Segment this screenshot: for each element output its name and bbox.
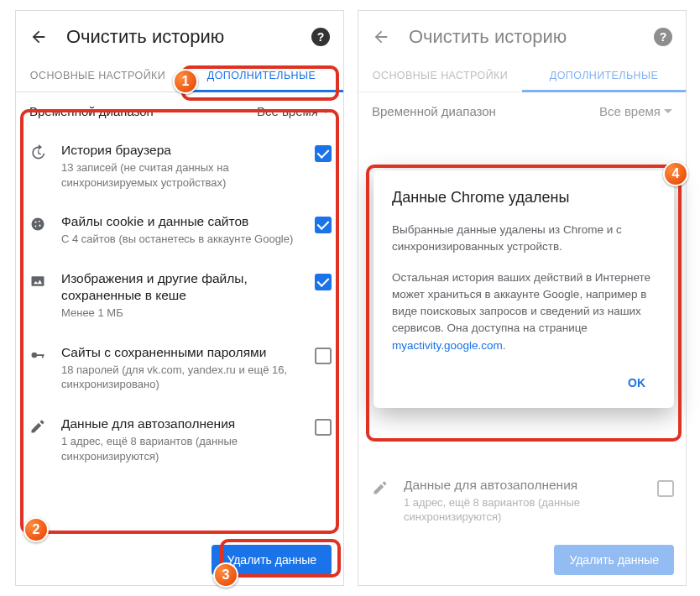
item-title: Данные для автозаполнения xyxy=(61,416,301,432)
list-item[interactable]: Изображения и другие файлы, сохраненные … xyxy=(16,259,343,332)
checkbox[interactable] xyxy=(315,145,332,162)
time-range-value: Все время xyxy=(599,104,672,118)
items-list: История браузера 13 записей (не считая д… xyxy=(16,130,343,475)
time-range-label: Временной диапазон xyxy=(372,104,496,118)
bottom-bar: Удалить данные xyxy=(358,535,686,585)
checkbox[interactable] xyxy=(315,274,332,290)
tab-advanced[interactable]: ДОПОЛНИТЕЛЬНЫЕ xyxy=(522,60,686,91)
item-sub: 1 адрес, ещё 8 вариантов (данные синхрон… xyxy=(404,495,644,525)
app-header: Очистить историю ? xyxy=(16,11,343,60)
list-item[interactable]: Данные для автозаполнения 1 адрес, ещё 8… xyxy=(358,465,686,536)
item-title: Файлы cookie и данные сайтов xyxy=(61,213,301,230)
chevron-down-icon xyxy=(321,109,330,113)
checkbox[interactable] xyxy=(315,217,332,233)
svg-point-3 xyxy=(39,225,40,227)
svg-point-6 xyxy=(32,352,38,358)
tab-advanced[interactable]: ДОПОЛНИТЕЛЬНЫЕ xyxy=(180,60,343,91)
dialog-body-2: Остальная история ваших действий в Интер… xyxy=(392,269,656,354)
list-item[interactable]: Файлы cookie и данные сайтов С 4 сайтов … xyxy=(16,201,343,259)
pencil-icon xyxy=(28,416,48,435)
back-icon[interactable] xyxy=(29,28,48,46)
item-title: История браузера xyxy=(61,142,301,159)
confirmation-dialog: Данные Chrome удалены Выбранные данные у… xyxy=(374,170,674,408)
dialog-actions: OK xyxy=(392,368,656,398)
tab-basic[interactable]: ОСНОВНЫЕ НАСТРОЙКИ xyxy=(358,60,522,91)
dialog-title: Данные Chrome удалены xyxy=(392,189,656,207)
item-title: Сайты с сохраненными паролями xyxy=(61,344,301,361)
history-icon xyxy=(28,142,48,161)
item-title: Данные для автозаполнения xyxy=(404,477,644,494)
item-sub: 13 записей (не считая данных на синхрони… xyxy=(61,160,301,190)
bottom-bar: Удалить данные xyxy=(16,535,343,585)
item-sub: 1 адрес, ещё 8 вариантов (данные синхрон… xyxy=(61,434,301,463)
step-badge-2: 2 xyxy=(24,517,49,542)
help-icon[interactable]: ? xyxy=(654,28,672,46)
image-icon xyxy=(28,270,48,290)
pencil-icon xyxy=(370,477,390,496)
ok-button[interactable]: OK xyxy=(618,368,656,398)
checkbox[interactable] xyxy=(657,480,674,497)
page-title: Очистить историю xyxy=(409,26,635,48)
list-item[interactable]: Данные для автозаполнения 1 адрес, ещё 8… xyxy=(16,404,343,475)
time-range-value: Все время xyxy=(257,104,330,118)
svg-point-0 xyxy=(32,218,44,231)
svg-point-4 xyxy=(35,226,37,227)
item-title: Изображения и другие файлы, сохраненные … xyxy=(61,270,301,304)
svg-rect-8 xyxy=(42,354,44,358)
item-sub: С 4 сайтов (вы останетесь в аккаунте Goo… xyxy=(61,232,301,247)
help-icon[interactable]: ? xyxy=(311,28,330,46)
cookie-icon xyxy=(28,213,48,233)
app-header: Очистить историю ? xyxy=(358,11,686,60)
tabs: ОСНОВНЫЕ НАСТРОЙКИ ДОПОЛНИТЕЛЬНЫЕ xyxy=(358,60,686,92)
item-sub: 18 паролей (для vk.com, yandex.ru и ещё … xyxy=(61,363,301,392)
page-title: Очистить историю xyxy=(66,26,293,48)
svg-point-1 xyxy=(34,222,36,223)
step-badge-1: 1 xyxy=(173,69,198,94)
checkbox[interactable] xyxy=(315,419,332,436)
key-icon xyxy=(28,344,48,363)
delete-button[interactable]: Удалить данные xyxy=(554,545,674,575)
list-item[interactable]: Сайты с сохраненными паролями 18 паролей… xyxy=(16,332,343,404)
myactivity-link[interactable]: myactivity.google.com xyxy=(392,339,503,352)
back-icon[interactable] xyxy=(372,28,390,46)
list-item[interactable]: История браузера 13 записей (не считая д… xyxy=(16,130,343,201)
tab-basic[interactable]: ОСНОВНЫЕ НАСТРОЙКИ xyxy=(16,60,180,91)
phone-right: Очистить историю ? ОСНОВНЫЕ НАСТРОЙКИ ДО… xyxy=(358,10,687,586)
phone-left: Очистить историю ? ОСНОВНЫЕ НАСТРОЙКИ ДО… xyxy=(15,10,344,586)
time-range-row[interactable]: Временной диапазон Все время xyxy=(16,92,343,130)
time-range-row[interactable]: Временной диапазон Все время xyxy=(358,92,686,130)
step-badge-4: 4 xyxy=(663,161,688,186)
item-sub: Менее 1 МБ xyxy=(61,306,301,321)
svg-rect-5 xyxy=(32,276,44,286)
dialog-body: Выбранные данные удалены из Chrome и с с… xyxy=(392,222,656,256)
checkbox[interactable] xyxy=(315,348,332,364)
svg-point-2 xyxy=(39,221,40,222)
time-range-label: Временной диапазон xyxy=(29,104,154,118)
chevron-down-icon xyxy=(664,109,672,113)
step-badge-3: 3 xyxy=(213,562,238,588)
